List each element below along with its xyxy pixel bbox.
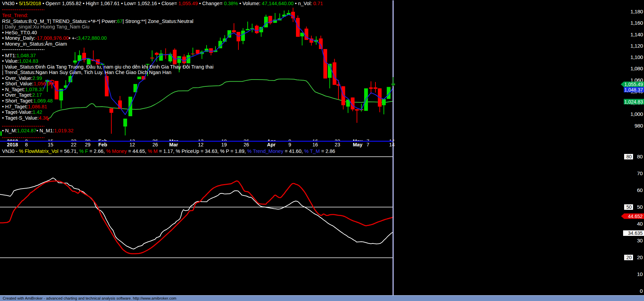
svg-text:40: 40 xyxy=(637,221,643,227)
svg-text:7: 7 xyxy=(367,142,369,147)
svg-text:• N_M:1,024.87• N_M1:1,019.32: • N_M:1,024.87• N_M1:1,019.32 xyxy=(2,128,73,133)
svg-text:29: 29 xyxy=(85,142,90,147)
svg-text:44.652: 44.652 xyxy=(628,214,643,219)
svg-text:70: 70 xyxy=(637,170,643,176)
svg-text:1,160: 1,160 xyxy=(630,20,643,26)
svg-text:8: 8 xyxy=(25,142,28,147)
svg-text:Mar: Mar xyxy=(169,142,178,147)
svg-text:Created with AmiBroker - advan: Created with AmiBroker - advanced charti… xyxy=(3,296,176,300)
svg-text:• Taget-S_Value:4.36: • Taget-S_Value:4.36 xyxy=(2,115,48,121)
svg-text:19: 19 xyxy=(221,142,227,147)
svg-text:26: 26 xyxy=(244,142,249,147)
svg-text:1,100: 1,100 xyxy=(630,54,643,60)
svg-text:| Trend_Status:Ngan Han Suy Gi: | Trend_Status:Ngan Han Suy Giam, Tich L… xyxy=(2,70,171,75)
svg-text:12: 12 xyxy=(198,142,203,147)
svg-text:14: 14 xyxy=(389,142,395,147)
svg-text:16: 16 xyxy=(312,142,318,147)
svg-text:23: 23 xyxy=(335,142,340,147)
svg-text:15: 15 xyxy=(48,142,53,147)
svg-text:• Money_in_Status:Âm_Giam: • Money_in_Status:Âm_Giam xyxy=(2,41,67,47)
svg-text:• Short_Taget:1,069.48: • Short_Taget:1,069.48 xyxy=(2,98,53,104)
svg-text:1,048.37: 1,048.37 xyxy=(624,87,643,93)
svg-text:26: 26 xyxy=(152,142,158,147)
svg-text:• Value:1,024.83: • Value:1,024.83 xyxy=(2,58,38,64)
svg-text:34.635: 34.635 xyxy=(628,230,643,236)
svg-text:• Taget-Value:1.42: • Taget-Value:1.42 xyxy=(2,109,42,115)
svg-text:20: 20 xyxy=(626,255,632,260)
svg-text:12: 12 xyxy=(129,142,135,147)
svg-text:• Over_Value:2.99: • Over_Value:2.99 xyxy=(2,75,42,81)
svg-text:• H7_Taget:1,086.81: • H7_Taget:1,086.81 xyxy=(2,104,47,109)
svg-text:2018: 2018 xyxy=(7,142,18,147)
svg-text:980: 980 xyxy=(634,123,643,129)
svg-text:0: 0 xyxy=(640,288,643,294)
svg-text:Feb: Feb xyxy=(98,142,107,147)
svg-text:May: May xyxy=(353,142,362,147)
svg-text:30: 30 xyxy=(637,238,643,243)
svg-text:1,080: 1,080 xyxy=(630,65,643,71)
svg-text:20: 20 xyxy=(637,254,643,260)
svg-text:10: 10 xyxy=(637,271,643,277)
svg-text:• HeSo_TT:0.40: • HeSo_TT:0.40 xyxy=(2,30,37,35)
svg-text:• MT1:1,048.37: • MT1:1,048.37 xyxy=(2,53,36,58)
svg-text:1,000: 1,000 xyxy=(630,111,643,117)
svg-text:1,180: 1,180 xyxy=(630,9,643,14)
svg-text:RSI_Status:B:Q_M_T| TREND_Stat: RSI_Status:B:Q_M_T| TREND_Status:+*#-*| … xyxy=(2,19,193,24)
svg-text:80: 80 xyxy=(637,154,643,159)
svg-text:Test_Trend:: Test_Trend: xyxy=(2,13,28,18)
svg-text:60: 60 xyxy=(637,187,643,193)
svg-text:• N_Taget:1,078.37: • N_Taget:1,078.37 xyxy=(2,87,45,92)
svg-text:50: 50 xyxy=(626,204,632,210)
svg-text:22: 22 xyxy=(71,142,76,147)
svg-text:80: 80 xyxy=(626,154,632,159)
svg-text:• Money_Daily:-17,008,976.00•: • Money_Daily:-17,008,976.00• +-:3,472,8… xyxy=(2,35,107,41)
svg-text:Apr: Apr xyxy=(267,142,276,147)
svg-text:• Over_Taget:2.17: • Over_Taget:2.17 xyxy=(2,92,42,98)
svg-text:1,120: 1,120 xyxy=(630,43,643,49)
svg-text:VN30 • 5/15/2018 • Open= 1,055: VN30 • 5/15/2018 • Open= 1,055.82 • High… xyxy=(2,1,323,6)
svg-text:9: 9 xyxy=(288,142,291,147)
svg-text:1,055.49: 1,055.49 xyxy=(624,82,643,87)
svg-text:50: 50 xyxy=(637,204,643,210)
svg-text:1,140: 1,140 xyxy=(630,32,643,37)
svg-text:VN30 - % FlowMatrix_Vol = 56.7: VN30 - % FlowMatrix_Vol = 56.71, % F = 2… xyxy=(2,148,335,154)
svg-text:| Value_Status:Đinh Gia Tang T: | Value_Status:Đinh Gia Tang Truong. Đâu… xyxy=(2,64,213,70)
svg-text:| Daily_singal:Xu Huong Tang_N: | Daily_singal:Xu Huong Tang_Nam Giu xyxy=(2,24,89,29)
svg-text:1,024.83: 1,024.83 xyxy=(624,99,643,105)
svg-text:• Short_Value:1,056.90: • Short_Value:1,056.90 xyxy=(2,81,53,86)
